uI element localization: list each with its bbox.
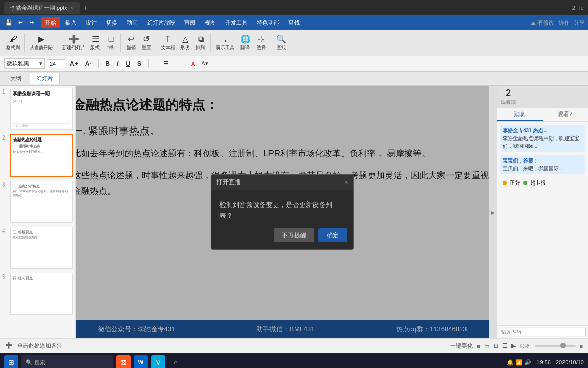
play-icon: ▶ [38, 34, 44, 44]
font-selector[interactable]: 微软雅黑 ▾ [4, 58, 45, 69]
dialog-confirm-button[interactable]: 确定 [318, 228, 347, 242]
dialog-cancel-button[interactable]: 不再提醒 [274, 228, 314, 242]
format-brush-button[interactable]: 🖌 格式刷 [4, 33, 22, 52]
taskbar-start-icon[interactable]: ⊞ [4, 355, 18, 368]
close-tab-button[interactable]: × [70, 5, 74, 11]
slide-thumbnail-5[interactable]: 四. 练习要点... [10, 273, 73, 315]
shape-label: 形状· [180, 44, 191, 51]
strikethrough-button[interactable]: S [135, 60, 144, 68]
translate-button[interactable]: 🌐 翻译· [238, 33, 253, 52]
select-button[interactable]: ⊹ 选择 [254, 33, 268, 52]
slide-thumb-inner-2: 金融热点论述题 一. 紧跟时事热点 比如去年考到的热点... [11, 135, 72, 176]
font-size-selector[interactable]: 24 [47, 59, 65, 68]
align-left-button[interactable]: ≡ [153, 60, 160, 68]
font-decrease-button[interactable]: A- [83, 60, 94, 68]
menu-item-design[interactable]: 设计 [82, 17, 101, 28]
collaborate-icon[interactable]: 协作 [558, 19, 570, 27]
indicator-label-2: 超卡报 [530, 179, 546, 187]
underline-button[interactable]: U [123, 60, 133, 68]
menu-item-review[interactable]: 审阅 [180, 17, 200, 28]
menu-item-insert[interactable]: 插入 [61, 17, 81, 28]
menu-bar: 💾 ↩ ↪ 开始 插入 设计 切换 动画 幻灯片放映 审阅 视图 开发工具 特色… [0, 15, 588, 30]
menu-item-dev[interactable]: 开发工具 [221, 17, 252, 28]
new-slide-button[interactable]: ➕ 新建幻灯片 [60, 33, 87, 52]
slide-canvas[interactable]: 金融热点论述题的特点： 一. 紧跟时事热点。 比如去年考到的热点论述题有：科创板… [76, 86, 489, 338]
menu-item-special[interactable]: 特色功能 [253, 17, 283, 28]
panel-collapse-button[interactable]: ▶ [489, 86, 496, 338]
textbox-button[interactable]: T 文本框 [159, 33, 177, 52]
view-grid-icon[interactable]: ⊞ [494, 342, 498, 349]
document-tab[interactable]: 李皓金融课程一期.pptx × [4, 2, 80, 14]
view-list-icon[interactable]: ☰ [502, 342, 507, 349]
chat-input-field[interactable] [499, 328, 586, 336]
slide-thumbnail-4[interactable]: 三. 答题要点... 重点把握答题方向... [10, 227, 73, 269]
collapse-icon: ▶ [491, 210, 495, 215]
select-icon: ⊹ [258, 34, 264, 44]
start-slideshow-button[interactable]: ▶ 从当前开始 [28, 33, 55, 52]
panel-count-label: 观看器 [501, 99, 516, 106]
slide-thumbnail-2[interactable]: 金融热点论述题 一. 紧跟时事热点 比如去年考到的热点... [10, 134, 73, 177]
present-tools-button[interactable]: 🎙 演示工具· [214, 33, 238, 52]
slide-thumbnail-1[interactable]: 李皓金融课程一期 (431) 主讲：李皓 [10, 88, 73, 130]
panel-tab-viewers[interactable]: 观看2 [543, 108, 589, 121]
redo-icon[interactable]: ↪ [27, 18, 36, 27]
view-normal-icon[interactable]: ▭ [484, 342, 489, 349]
format-brush-icon: 🖌 [9, 34, 17, 44]
slide-add-icon[interactable]: ➕ [5, 342, 12, 350]
text-highlight-button[interactable]: A▾ [199, 59, 210, 68]
font-increase-button[interactable]: A+ [67, 60, 81, 68]
status-right: 一键美化 ≡ ▭ ⊞ ☰ ▶ 83% ≡ [450, 342, 583, 350]
slide-thumb-inner-3: 二. 热点分析特点... 例：LPR利率市场化改革，注册制等考到的热点... [11, 181, 72, 222]
menu-item-slideshow[interactable]: 幻灯片放映 [143, 17, 179, 28]
save-icon[interactable]: 💾 [3, 18, 14, 27]
menu-item-animate[interactable]: 动画 [122, 17, 142, 28]
present-icon[interactable]: ▶ [511, 342, 516, 349]
format-brush-label: 格式刷 [6, 44, 20, 51]
tab-slides[interactable]: 幻灯片 [30, 73, 60, 84]
dialog: 打开直播 × 检测到音频设备变更，是否更新设备列表？ 不再提醒 确定 [211, 174, 354, 250]
toolbar2: 微软雅黑 ▾ 24 A+ A- B I U S ≡ ☰ ≡ A A▾ [0, 56, 588, 72]
reset-button[interactable]: ↺ 重置 [139, 33, 154, 52]
taskbar-camera-icon[interactable]: ○ [168, 355, 183, 368]
share-icon[interactable]: 分享 [574, 19, 585, 27]
present-label: 演示工具· [216, 44, 236, 51]
find-label: 查找 [277, 44, 286, 51]
taskbar-store-icon[interactable]: ⊠ [116, 355, 131, 368]
taskbar-wps-icon[interactable]: W [134, 355, 148, 368]
textbox-icon: T [165, 34, 170, 44]
one-click-label[interactable]: 一键美化 [450, 342, 473, 350]
panel-tab-messages[interactable]: 消息 [497, 108, 543, 121]
slide-thumbnail-3[interactable]: 二. 热点分析特点... 例：LPR利率市场化改革，注册制等考到的热点... [10, 181, 73, 223]
italic-button[interactable]: I [114, 60, 121, 68]
textbox-label: 文本框 [161, 44, 175, 51]
taskbar-search-box[interactable]: 🔍 搜索 [21, 355, 113, 368]
outline-button[interactable]: □ □书· [104, 33, 118, 52]
font-dropdown-arrow: ▾ [39, 60, 42, 67]
find-button[interactable]: 🔍 查找 [274, 33, 288, 52]
undo-button[interactable]: ↩ 撤销 [124, 33, 138, 52]
bold-button[interactable]: B [103, 60, 112, 68]
thumb-subtitle-1: (431) [13, 99, 70, 103]
add-tab-button[interactable]: + [84, 4, 88, 12]
menu-item-switch[interactable]: 切换 [102, 17, 121, 28]
layout-button[interactable]: ☰ 版式· [88, 33, 103, 52]
translate-label: 翻译· [240, 44, 251, 51]
zoom-slider[interactable] [535, 345, 576, 347]
thumb-content-3: 二. 热点分析特点... [13, 183, 70, 189]
taskbar: ⊞ 🔍 搜索 ⊠ W V ○ 🔔 📶 🔊 19:56 2020/10/10 [0, 353, 588, 368]
undo-icon[interactable]: ↩ [16, 18, 25, 27]
thumb-body-2: 一. 紧跟时事热点 [13, 144, 70, 149]
reset-label: 重置 [142, 44, 151, 51]
menu-item-find[interactable]: 查找 [284, 17, 304, 28]
menu-item-start[interactable]: 开始 [41, 17, 60, 28]
dialog-close-button[interactable]: × [344, 178, 348, 186]
align-right-button[interactable]: ≡ [173, 60, 180, 68]
shape-button[interactable]: △ 形状· [178, 33, 193, 52]
tab-outline[interactable]: 大纲 [4, 73, 28, 84]
outline-label: □书· [107, 44, 115, 51]
font-color-button[interactable]: A [189, 60, 197, 68]
arrange-button[interactable]: ⧉ 排列· [193, 33, 208, 52]
align-center-button[interactable]: ☰ [162, 59, 171, 68]
menu-item-view[interactable]: 视图 [201, 17, 220, 28]
taskbar-browser-icon[interactable]: V [151, 355, 165, 368]
